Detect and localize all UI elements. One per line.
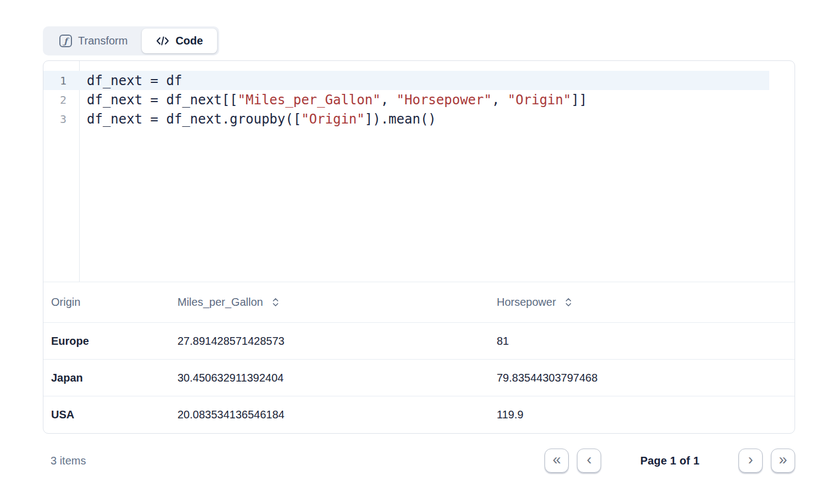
sort-icon[interactable]	[271, 296, 280, 308]
code-editor[interactable]: 1df_next = df2df_next = df_next[["Miles_…	[43, 61, 795, 282]
sort-icon[interactable]	[564, 296, 573, 308]
result-table: OriginMiles_per_Gallon Horsepower Europe…	[43, 282, 795, 433]
cell-miles-per-gallon: 30.450632911392404	[170, 372, 489, 384]
page: ƒ Transform Code 1df_next = df2df_next =…	[0, 0, 833, 479]
cell-horsepower: 119.9	[489, 408, 795, 421]
column-header-label: Miles_per_Gallon	[177, 296, 263, 309]
string-token: "Horsepower"	[397, 92, 492, 108]
string-token: "Origin"	[508, 92, 571, 108]
cell-horsepower: 79.83544303797468	[489, 372, 795, 384]
last-page-button[interactable]: »	[771, 449, 795, 473]
double-chevron-left-icon: «	[553, 452, 561, 467]
first-page-button[interactable]: «	[545, 449, 569, 473]
line-number: 1	[43, 74, 79, 87]
code-token: df_next = df_next.groupby([	[87, 111, 301, 127]
cell-origin: Japan	[43, 372, 170, 384]
code-token: ,	[492, 92, 508, 108]
line-number: 2	[43, 93, 79, 107]
cell-horsepower: 81	[489, 335, 795, 348]
code-token: df_next = df	[87, 73, 182, 88]
string-token: "Origin"	[301, 111, 365, 127]
code-token: ,	[381, 92, 397, 108]
column-header-miles_per_gallon[interactable]: Miles_per_Gallon	[170, 296, 489, 309]
string-token: "Miles_per_Gallon"	[238, 92, 381, 108]
column-header-origin: Origin	[43, 296, 170, 309]
cell-miles-per-gallon: 27.891428571428573	[170, 335, 489, 348]
code-line[interactable]: 2df_next = df_next[["Miles_per_Gallon", …	[43, 90, 769, 109]
view-mode-toggle: ƒ Transform Code	[43, 26, 219, 55]
column-header-label: Origin	[51, 296, 80, 309]
tab-transform-label: Transform	[78, 35, 127, 47]
items-count: 3 items	[51, 455, 86, 467]
code-text: df_next = df_next[["Miles_per_Gallon", "…	[87, 92, 587, 108]
code-text: df_next = df	[87, 73, 182, 88]
chevron-left-icon: ‹	[587, 452, 592, 467]
code-lines: 1df_next = df2df_next = df_next[["Miles_…	[43, 71, 795, 128]
line-number: 3	[43, 113, 79, 126]
cell-origin: Europe	[43, 335, 170, 348]
code-icon	[156, 36, 169, 46]
cell-miles-per-gallon: 20.083534136546184	[170, 408, 489, 421]
code-token: ]).mean()	[365, 111, 436, 127]
pagination: « ‹ Page 1 of 1 › »	[545, 449, 795, 473]
table-row: USA20.083534136546184119.9	[43, 396, 795, 433]
code-token: df_next = df_next[[	[87, 92, 238, 108]
tab-code-label: Code	[175, 35, 203, 47]
cell-container: 1df_next = df2df_next = df_next[["Miles_…	[43, 60, 795, 434]
column-header-horsepower[interactable]: Horsepower	[489, 296, 795, 309]
code-line[interactable]: 1df_next = df	[43, 71, 769, 90]
tab-transform[interactable]: ƒ Transform	[45, 29, 142, 53]
table-header-row: OriginMiles_per_Gallon Horsepower	[43, 282, 795, 323]
code-line[interactable]: 3df_next = df_next.groupby(["Origin"]).m…	[43, 109, 769, 128]
table-footer: 3 items « ‹ Page 1 of 1 › »	[43, 443, 795, 479]
table-body: Europe27.89142857142857381Japan30.450632…	[43, 323, 795, 433]
tab-code[interactable]: Code	[142, 29, 217, 53]
next-page-button[interactable]: ›	[738, 449, 763, 473]
table-row: Europe27.89142857142857381	[43, 323, 795, 360]
table-row: Japan30.45063291139240479.83544303797468	[43, 360, 795, 396]
double-chevron-right-icon: »	[779, 452, 787, 467]
code-token: ]]	[571, 92, 587, 108]
column-header-label: Horsepower	[497, 296, 556, 309]
page-indicator: Page 1 of 1	[640, 455, 699, 467]
cell-origin: USA	[43, 408, 170, 421]
code-text: df_next = df_next.groupby(["Origin"]).me…	[87, 111, 436, 127]
prev-page-button[interactable]: ‹	[577, 449, 601, 473]
chevron-right-icon: ›	[748, 452, 753, 467]
function-icon: ƒ	[59, 35, 72, 47]
